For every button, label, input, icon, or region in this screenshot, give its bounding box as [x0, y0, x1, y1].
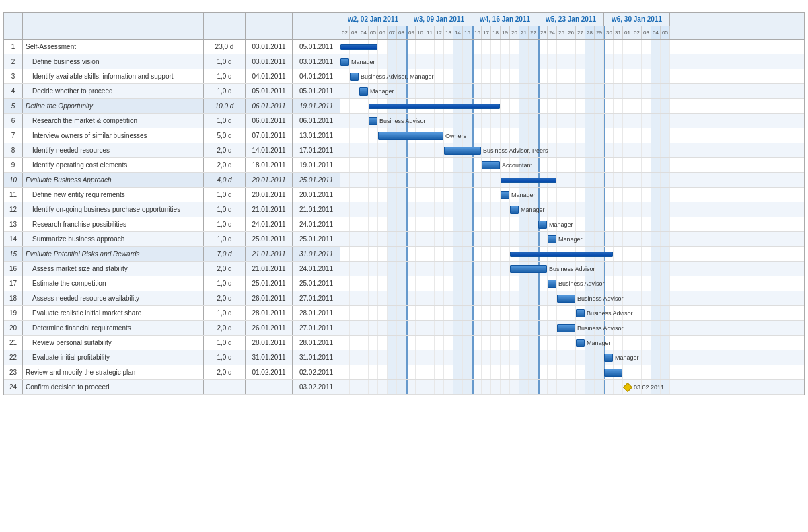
gantt-day-col [661, 380, 670, 394]
gantt-day-col [435, 114, 444, 128]
gantt-day-col [406, 69, 416, 83]
day-header-cell: 18 [491, 26, 501, 39]
task-name: Research the market & competition [23, 114, 204, 128]
gantt-day-col [359, 114, 369, 128]
gantt-day-col [651, 336, 661, 350]
gantt-day-col [340, 247, 350, 261]
gantt-day-col [651, 291, 661, 305]
gantt-day-col [482, 336, 491, 350]
gantt-day-col [529, 380, 538, 394]
gantt-day-col [604, 143, 614, 157]
gantt-day-col [585, 262, 595, 276]
gantt-day-col [340, 380, 350, 394]
gantt-day-col [472, 306, 482, 320]
gantt-day-col [510, 188, 519, 202]
gantt-day-col [519, 84, 529, 98]
gantt-day-col [369, 276, 378, 291]
gantt-day-col [397, 380, 406, 394]
gantt-day-col [661, 306, 670, 320]
gantt-day-col [444, 128, 453, 143]
gantt-day-col [548, 143, 557, 157]
gantt-day-col [604, 54, 614, 69]
gantt-day-col [642, 306, 651, 320]
gantt-day-col [566, 365, 576, 379]
day-header-cell: 24 [548, 26, 557, 39]
gantt-day-col [642, 380, 651, 394]
gantt-day-col [557, 114, 566, 128]
gantt-day-col [340, 321, 350, 335]
gantt-day-col [604, 336, 614, 350]
task-name: Define the Opportunity [23, 99, 204, 113]
gantt-day-col [623, 262, 632, 276]
gantt-day-col [642, 173, 651, 187]
gantt-day-col [416, 54, 425, 69]
gantt-day-col [340, 350, 350, 365]
gantt-day-col [548, 276, 557, 291]
gantt-day-col [557, 40, 566, 54]
gantt-day-col [378, 365, 388, 379]
gantt-day-col [416, 380, 425, 394]
gantt-day-col [566, 217, 576, 231]
task-row: 21Review personal suitability1,0 d28.01.… [4, 336, 340, 350]
gantt-day-col [482, 202, 491, 217]
gantt-day-col [350, 336, 359, 350]
gantt-row: Manager [340, 84, 804, 99]
gantt-day-col [397, 276, 406, 291]
gantt-day-col [435, 336, 444, 350]
task-duration: 2,0 d [204, 143, 246, 157]
gantt-day-col [632, 217, 642, 231]
gantt-day-col [425, 262, 435, 276]
gantt-row [340, 247, 804, 262]
gantt-day-col [614, 128, 623, 143]
gantt-day-col [340, 188, 350, 202]
gantt-day-col [651, 247, 661, 261]
gantt-day-col [388, 350, 397, 365]
gantt-day-col [642, 262, 651, 276]
gantt-day-col [416, 99, 425, 113]
task-duration: 2,0 d [204, 291, 246, 305]
gantt-day-col [604, 202, 614, 217]
gantt-day-col [614, 306, 623, 320]
gantt-day-col [661, 99, 670, 113]
gantt-day-col [350, 54, 359, 69]
gantt-day-col [651, 99, 661, 113]
task-finish: 25.01.2011 [293, 232, 340, 246]
gantt-day-col [557, 54, 566, 69]
task-row: 9Identify operating cost elements2,0 d18… [4, 158, 340, 173]
gantt-day-col [566, 276, 576, 291]
gantt-day-col [444, 365, 453, 379]
gantt-day-col [519, 336, 529, 350]
gantt-day-col [388, 158, 397, 172]
gantt-day-col [340, 336, 350, 350]
gantt-day-col [642, 54, 651, 69]
gantt-day-col [529, 350, 538, 365]
gantt-day-col [472, 40, 482, 54]
gantt-day-col [566, 380, 576, 394]
task-num: 10 [4, 173, 23, 187]
gantt-day-col [585, 84, 595, 98]
gantt-day-col [519, 276, 529, 291]
gantt-day-col [585, 99, 595, 113]
task-finish: 25.01.2011 [293, 276, 340, 291]
gantt-day-col [548, 350, 557, 365]
task-finish: 28.01.2011 [293, 336, 340, 350]
gantt-day-col [406, 143, 416, 157]
gantt-day-col [585, 173, 595, 187]
gantt-day-col [406, 276, 416, 291]
gantt-day-col [388, 188, 397, 202]
gantt-day-col [585, 217, 595, 231]
task-row: 22Evaluate initial profitability1,0 d31.… [4, 350, 340, 365]
gantt-day-col [397, 158, 406, 172]
gantt-day-col [623, 217, 632, 231]
gantt-day-col [378, 54, 388, 69]
gantt-day-col [416, 173, 425, 187]
gantt-day-col [472, 217, 482, 231]
gantt-day-col [595, 114, 604, 128]
gantt-day-col [595, 232, 604, 246]
gantt-day-col [453, 128, 463, 143]
gantt-day-col [642, 143, 651, 157]
gantt-day-col [501, 380, 510, 394]
gantt-day-col [472, 114, 482, 128]
gantt-day-col [359, 232, 369, 246]
gantt-day-col [585, 69, 595, 83]
